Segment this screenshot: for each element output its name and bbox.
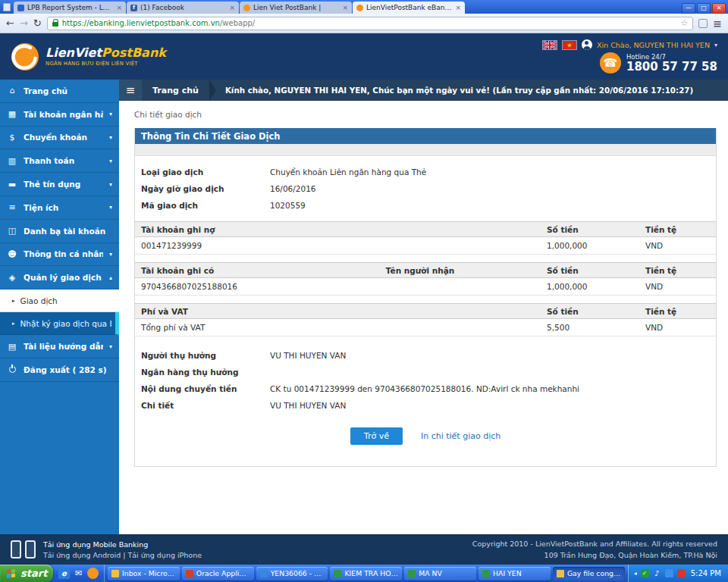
tab-close-icon[interactable]: ×	[455, 4, 461, 11]
sidebar: ⌂ Trang chủ ▦ Tài khoản ngân hàng ▾ $ Ch…	[0, 80, 119, 534]
bookmark-star-icon[interactable]: ☆	[680, 18, 688, 28]
sidebar-item-the-tin-dung[interactable]: ▬ Thẻ tín dụng ▾	[0, 173, 119, 196]
tab-lpb-report[interactable]: LPB Report System - Login ×	[14, 2, 126, 14]
table-row: 001471239999 1,000,000 VND	[135, 237, 716, 255]
system-tray: ◂ 5:24 PM	[628, 565, 728, 582]
chevron-down-icon: ▾	[109, 204, 112, 211]
field-nguoi-thu-huong: Người thụ hưởng VU THI HUYEN VAN	[135, 347, 716, 364]
taskbar-button-ma-nv[interactable]: MA NV	[404, 567, 476, 580]
close-button[interactable]: ✕	[712, 3, 726, 14]
antivirus-tray-icon[interactable]	[641, 569, 649, 577]
home-icon: ⌂	[7, 86, 17, 95]
sidebar-item-thanh-toan[interactable]: ▥ Thanh toán ▾	[0, 149, 119, 173]
minimize-button[interactable]: —	[682, 3, 695, 14]
app-download-links[interactable]: Tải ứng dụng Android | Tải ứng dụng iPho…	[43, 551, 202, 559]
tab-close-icon[interactable]: ×	[229, 4, 235, 11]
taskbar-button-yen36066[interactable]: YEN36066 - 36...	[256, 567, 328, 580]
taskbar-button-oracle[interactable]: Oracle Applicati...	[182, 567, 254, 580]
brand-subtitle: NGÂN HÀNG BƯU ĐIỆN LIÊN VIỆT	[46, 61, 166, 67]
vn-flag-icon[interactable]	[562, 40, 577, 50]
hotline: Hotline 24/7 1800 57 77 58	[626, 53, 717, 74]
excel-icon	[482, 570, 490, 577]
cell-amount: 5,500	[547, 323, 645, 332]
breadcrumb-arrow-icon	[209, 80, 216, 101]
folder-icon	[557, 570, 564, 577]
bank-logo-text: LienVietPostBank NGÂN HÀNG BƯU ĐIỆN LIÊN…	[46, 46, 166, 67]
field-noi-dung-chuyen-tien: Nội dung chuyển tiền CK tu 001471239999 …	[135, 380, 716, 397]
cell-account: 9704366807025188016	[141, 282, 386, 291]
browser-menu-icon[interactable]: ≡	[713, 17, 722, 30]
extension-icon[interactable]	[698, 19, 708, 28]
mobile-banking-link[interactable]: Tải ứng dụng Mobile Banking	[43, 540, 202, 549]
chevron-down-icon[interactable]: ▾	[714, 42, 717, 48]
reload-button[interactable]: ↻	[33, 18, 42, 28]
lienviet-favicon	[356, 5, 363, 11]
lock-icon	[52, 22, 58, 27]
uk-flag-icon[interactable]	[542, 40, 557, 50]
address-bar[interactable]: https://ebanking.lienvietpostbank.com.vn…	[47, 17, 694, 30]
windows-logo-icon	[7, 568, 17, 578]
document-icon	[260, 570, 268, 577]
bank-icon: ▦	[7, 109, 17, 119]
table-row: 9704366807025188016 1,000,000 VND	[135, 278, 716, 296]
taskbar-button-hai-yen[interactable]: HAI YEN	[479, 567, 551, 580]
user-menu[interactable]: Xin Chào, NGUYEN THI HAI YEN	[597, 41, 710, 49]
col-header: Tên người nhận	[386, 266, 548, 275]
browser-toolbar: ← → ↻ https://ebanking.lienvietpostbank.…	[0, 14, 728, 33]
oracle-icon	[186, 570, 193, 577]
table-header-row: Phí và VAT Số tiền Tiền tệ	[135, 303, 716, 319]
col-header: Tiền tệ	[645, 266, 710, 275]
taskbar-button-gay-file-cong[interactable]: Gay file cong (2...	[553, 567, 625, 580]
sidebar-item-quan-ly-giao-dich[interactable]: ◈ Quản lý giao dịch ▴	[0, 266, 119, 289]
sidebar-item-chuyen-khoan[interactable]: $ Chuyển khoản ▾	[0, 127, 119, 150]
sidebar-item-thong-tin-ca-nhan[interactable]: ☻ Thông tin cá nhân ▾	[0, 243, 119, 267]
table-header-row: Tài khoản ghi nợ Số tiền Tiền tệ	[135, 221, 716, 237]
tab-ebanking-active[interactable]: LienVietPostBank eBanking ×	[353, 2, 465, 14]
internet-explorer-icon[interactable]	[58, 568, 70, 579]
outlook-icon	[111, 570, 119, 577]
field-ngan-hang-thu-huong: Ngân hàng thụ hưởng	[135, 364, 716, 380]
breadcrumb-home[interactable]: Trang chủ	[142, 86, 209, 95]
back-button[interactable]: ←	[6, 18, 14, 28]
menu-toggle-icon[interactable]: ≡	[119, 80, 142, 101]
sidebar-item-tai-lieu-huong-dan[interactable]: ▤ Tài liệu hướng dẫn ▾	[0, 335, 119, 358]
user-avatar-icon	[582, 39, 592, 50]
start-button[interactable]: start	[0, 565, 53, 582]
utilities-icon: ≡	[7, 202, 17, 212]
cell-amount: 1,000,000	[547, 241, 645, 250]
lienviet-favicon	[243, 5, 250, 11]
print-detail-link[interactable]: In chi tiết giao dịch	[421, 431, 500, 441]
mail-icon[interactable]	[73, 568, 84, 579]
sidebar-item-tien-ich[interactable]: ≡ Tiện ích ▾	[0, 196, 119, 220]
network-tray-icon[interactable]	[665, 569, 673, 577]
restore-button[interactable]: □	[697, 3, 711, 14]
volume-tray-icon[interactable]	[653, 569, 661, 577]
forward-button[interactable]: →	[20, 18, 28, 28]
chevron-down-icon: ▾	[109, 343, 112, 350]
col-header: Tài khoản ghi nợ	[141, 225, 547, 234]
chevron-down-icon: ▾	[109, 181, 112, 188]
facebook-favicon	[130, 5, 137, 11]
tab-facebook[interactable]: (1) Facebook ×	[127, 2, 239, 14]
sidebar-item-tai-khoan-ngan-hang[interactable]: ▦ Tài khoản ngân hàng ▾	[0, 103, 119, 127]
taskbar-button-kiem-tra[interactable]: KIEM TRA HO S...	[330, 567, 402, 580]
app-shortcut-icon[interactable]	[87, 568, 99, 579]
excel-icon	[334, 570, 341, 577]
tab-lienviet-postbank[interactable]: Lien Viet PostBank | ×	[240, 2, 352, 14]
url-secure-part: https://ebanking.lienvietpostbank.com.vn	[62, 19, 220, 27]
hidden-icons-chevron-icon[interactable]: ◂	[634, 570, 637, 577]
messenger-tray-icon[interactable]	[677, 569, 686, 577]
bank-logo[interactable]: LienVietPostBank NGÂN HÀNG BƯU ĐIỆN LIÊN…	[11, 42, 166, 71]
tab-close-icon[interactable]: ×	[116, 4, 122, 11]
back-to-list-button[interactable]: Trở về	[350, 427, 403, 445]
site-footer: Tải ứng dụng Mobile Banking Tải ứng dụng…	[0, 534, 728, 565]
tab-label: Lien Viet PostBank |	[253, 4, 339, 11]
sidebar-subitem-nhat-ky-giao-dich-active[interactable]: ▸ Nhật ký giao dịch qua IB	[0, 312, 119, 335]
sidebar-subitem-giao-dich[interactable]: ▸ Giao dịch	[0, 289, 119, 312]
sidebar-item-trang-chu[interactable]: ⌂ Trang chủ	[0, 80, 119, 103]
tab-close-icon[interactable]: ×	[342, 4, 348, 11]
taskbar-button-inbox[interactable]: Inbox - Microso...	[108, 567, 180, 580]
sidebar-item-dang-xuat[interactable]: Đăng xuất ( 282 s)	[0, 358, 119, 382]
credit-account-table: Tài khoản ghi có Tên người nhận Số tiền …	[135, 262, 716, 296]
sidebar-item-danh-ba-tai-khoan[interactable]: ◫ Danh bạ tài khoản	[0, 220, 119, 243]
